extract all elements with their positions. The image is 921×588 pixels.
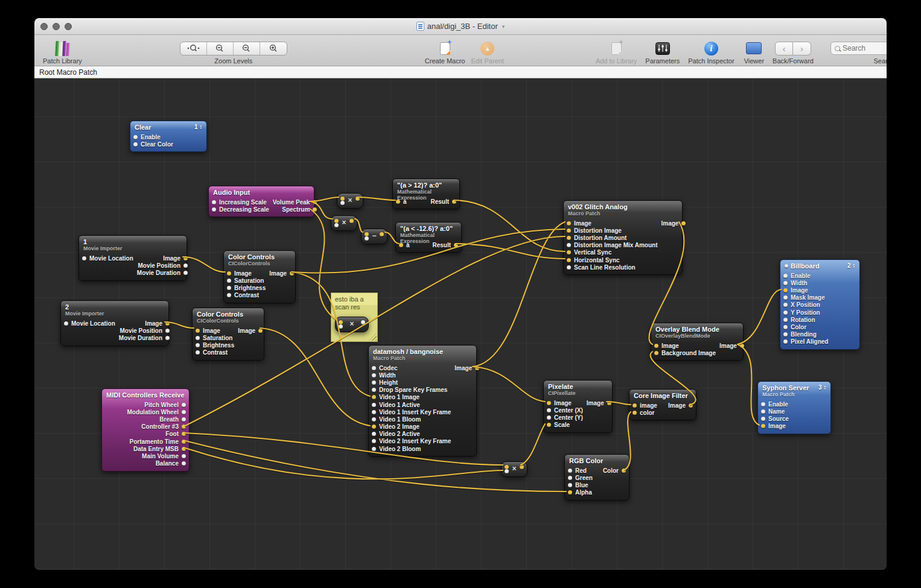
search-input[interactable]	[843, 44, 887, 52]
port-image[interactable]	[654, 344, 658, 348]
node-multiply-c[interactable]: ×	[335, 317, 369, 332]
port-image[interactable]	[258, 329, 263, 333]
node-midi-controllers-receiver[interactable]: MIDI Controllers ReceiverPitch WheelModu…	[101, 388, 190, 472]
port-image[interactable]	[681, 221, 686, 226]
port-mask-image[interactable]	[783, 296, 788, 300]
port-image[interactable]	[689, 403, 693, 408]
create-macro-button[interactable]: + Create Macro	[425, 37, 465, 65]
stepper-icon[interactable]: ▲▼	[824, 385, 826, 390]
port-breath[interactable]	[182, 417, 186, 422]
stepper-icon[interactable]: ▲▼	[853, 264, 855, 268]
port-movie-location[interactable]	[64, 321, 68, 326]
port-image[interactable]	[633, 403, 637, 408]
chevron-down-icon[interactable]: ▾	[502, 24, 505, 30]
port-enable[interactable]	[133, 135, 138, 139]
node-overlay-blend-mode[interactable]: Overlay Blend ModeCIOverlayBlendModeImag…	[651, 323, 744, 361]
patch-canvas[interactable]: esto iba a scan res Clear1▲▼EnableClear …	[34, 78, 887, 570]
port-in2[interactable]	[505, 469, 509, 473]
add-to-library-button[interactable]: + Add to Library	[596, 37, 637, 65]
port-codec[interactable]	[372, 366, 376, 370]
node-audio-input[interactable]: Audio InputIncreasing ScaleDecreasing Sc…	[208, 186, 314, 217]
port-a[interactable]	[399, 243, 403, 247]
port-contrast[interactable]	[227, 293, 231, 297]
port-color[interactable]	[622, 469, 626, 473]
port-video-1-image[interactable]	[372, 395, 376, 399]
close-window-button[interactable]	[40, 23, 48, 30]
node-movie-importer-1[interactable]: 1Movie ImporterMovie LocationImageMovie …	[78, 235, 187, 281]
zoom-window-button[interactable]	[65, 23, 72, 30]
port-scale[interactable]	[547, 423, 551, 427]
parameters-button[interactable]: Parameters	[645, 37, 680, 65]
port-out[interactable]	[349, 219, 354, 223]
node-syphon-server[interactable]: Syphon Server3▲▼Macro PatchEnableNameSou…	[757, 381, 831, 434]
zoom-in-button[interactable]	[260, 42, 287, 55]
viewer-button[interactable]: Viewer	[744, 37, 764, 65]
port-blue[interactable]	[568, 483, 572, 487]
port-movie-duration[interactable]	[183, 271, 188, 275]
port-volume-peak[interactable]	[313, 200, 317, 204]
port-brightness[interactable]	[227, 286, 231, 290]
port-movie-position[interactable]	[165, 329, 170, 333]
port-in2[interactable]	[339, 324, 343, 329]
port-distortion-amount[interactable]	[567, 236, 571, 240]
node-pixelate[interactable]: PixelateCIPixellateImageCenter (X)Center…	[543, 380, 613, 433]
port-name[interactable]	[761, 409, 765, 414]
port-image[interactable]	[567, 221, 571, 226]
stepper-icon[interactable]: ▲▼	[200, 125, 202, 130]
port-video-2-insert-key-frame[interactable]	[372, 439, 376, 443]
port-controller-3[interactable]	[182, 425, 186, 429]
node-multiply-a[interactable]: ×	[337, 193, 363, 209]
port-alpha[interactable]	[568, 490, 572, 495]
port-image[interactable]	[290, 271, 294, 276]
port-image[interactable]	[761, 424, 765, 428]
node-rgb-color[interactable]: RGB ColorRedGreenBlueAlphaColor	[564, 454, 629, 501]
port-video-2-image[interactable]	[372, 425, 376, 429]
port-width[interactable]	[372, 373, 376, 378]
port-increasing-scale[interactable]	[212, 200, 216, 204]
port-portamento-time[interactable]	[182, 440, 186, 444]
zoom-out-button[interactable]	[207, 42, 234, 55]
zoom-out-button-2[interactable]	[234, 42, 260, 55]
port-out[interactable]	[520, 465, 524, 469]
node-multiply-d[interactable]: ×	[501, 461, 527, 477]
port-brightness[interactable]	[196, 343, 200, 347]
node-core-image-filter[interactable]: Core Image FilterimagecolorImage	[629, 389, 696, 420]
back-button[interactable]: ‹	[775, 42, 793, 55]
port-video-1-active[interactable]	[372, 403, 376, 407]
port-foot[interactable]	[182, 432, 186, 436]
port-image[interactable]	[183, 256, 188, 261]
port-main-volume[interactable]	[182, 454, 186, 458]
patch-library-button[interactable]: Patch Library	[43, 37, 82, 65]
port-pitch-wheel[interactable]	[182, 403, 186, 407]
patch-inspector-button[interactable]: i Patch Inspector	[688, 37, 734, 65]
node-color-controls-2[interactable]: Color ControlsCIColorControlsImageSatura…	[192, 308, 264, 361]
port-center-x[interactable]	[547, 408, 551, 413]
node-math-expression-2[interactable]: "(a < -12.6)? a:0"Mathematical Expressio…	[395, 222, 462, 253]
port-in2[interactable]	[365, 236, 369, 241]
port-in2[interactable]	[340, 201, 345, 205]
resize-handle-icon[interactable]	[369, 333, 377, 341]
port-clear-color[interactable]	[133, 142, 138, 147]
port-vertical-sync[interactable]	[567, 250, 571, 254]
port-in1[interactable]	[365, 232, 369, 236]
port-green[interactable]	[568, 476, 572, 480]
port-image[interactable]	[547, 401, 551, 405]
port-out[interactable]	[355, 197, 360, 201]
port-saturation[interactable]	[196, 336, 200, 340]
port-height[interactable]	[372, 381, 376, 385]
node-movie-importer-2[interactable]: 2Movie ImporterMovie LocationImageMovie …	[60, 300, 169, 346]
search-field[interactable]	[830, 42, 887, 55]
node-subtract[interactable]: −	[361, 229, 387, 244]
port-image[interactable]	[607, 401, 611, 405]
port-decreasing-scale[interactable]	[212, 207, 216, 212]
port-modulation-wheel[interactable]	[182, 410, 186, 414]
port-image[interactable]	[740, 344, 744, 348]
port-image[interactable]	[475, 366, 479, 370]
port-movie-duration[interactable]	[165, 336, 170, 340]
port-saturation[interactable]	[227, 279, 231, 283]
port-result[interactable]	[454, 243, 458, 247]
port-center-y[interactable]	[547, 416, 551, 420]
node-datamosh-bangnoise[interactable]: datamosh / bangnoiseMacro PatchCodecWidt…	[368, 345, 477, 457]
port-scan-line-resolution[interactable]	[567, 265, 571, 270]
port-movie-position[interactable]	[183, 264, 188, 268]
